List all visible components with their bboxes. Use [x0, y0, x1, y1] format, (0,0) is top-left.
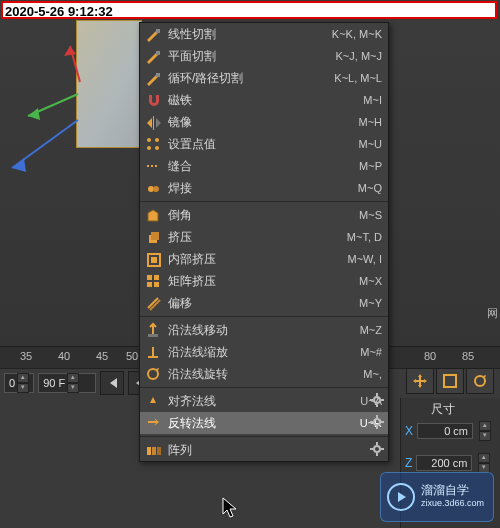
points-icon: [144, 135, 162, 153]
svg-rect-24: [147, 282, 152, 287]
svg-point-28: [374, 397, 380, 403]
menu-item-magnet[interactable]: 磁铁M~I: [140, 89, 388, 111]
svg-rect-23: [154, 275, 159, 280]
spinner-down-icon[interactable]: ▾: [479, 431, 491, 441]
ruler-tick: 40: [58, 350, 70, 362]
svg-point-41: [374, 446, 380, 452]
offset-icon: [144, 294, 162, 312]
menu-item-inner[interactable]: 内部挤压M~W, I: [140, 248, 388, 270]
menu-item-array[interactable]: 阵列: [140, 439, 388, 461]
svg-rect-8: [156, 29, 160, 33]
menu-item-shortcut: M~Z: [360, 324, 382, 336]
menu-item-shortcut: K~K, M~K: [332, 28, 382, 40]
magnet-icon: [144, 91, 162, 109]
menu-item-reverse[interactable]: 反转法线U~R: [140, 412, 388, 434]
menu-item-knife[interactable]: 平面切割K~J, M~J: [140, 45, 388, 67]
menu-item-align[interactable]: 对齐法线U~A: [140, 390, 388, 412]
svg-point-14: [147, 146, 151, 150]
inner-icon: [144, 250, 162, 268]
svg-rect-10: [156, 73, 160, 77]
align-icon: [144, 392, 162, 410]
svg-rect-38: [147, 447, 151, 455]
menu-item-shortcut: M~I: [363, 94, 382, 106]
mirror-icon: [144, 113, 162, 131]
menu-separator: [140, 201, 388, 202]
knife-icon: [144, 69, 162, 87]
ruler-tick: 80: [424, 350, 436, 362]
spinner-up-icon[interactable]: ▴: [67, 373, 79, 383]
extrude-icon: [144, 228, 162, 246]
svg-rect-39: [152, 447, 156, 455]
menu-item-sew[interactable]: 缝合M~P: [140, 155, 388, 177]
menu-item-shortcut: M~X: [359, 275, 382, 287]
svg-point-33: [374, 419, 380, 425]
menu-item-knife[interactable]: 循环/路径切割K~L, M~L: [140, 67, 388, 89]
menu-item-label: 矩阵挤压: [168, 273, 351, 290]
ruler-tick: 85: [462, 350, 474, 362]
menu-item-nscale[interactable]: 沿法线缩放M~#: [140, 341, 388, 363]
menu-item-knife[interactable]: 线性切割K~K, M~K: [140, 23, 388, 45]
menu-item-mirror[interactable]: 镜像M~H: [140, 111, 388, 133]
menu-item-shortcut: M~W, I: [347, 253, 382, 265]
svg-point-27: [148, 369, 158, 379]
spinner-up-icon[interactable]: ▴: [478, 453, 490, 463]
frame-current-input[interactable]: 90 F ▴ ▾: [38, 373, 96, 393]
svg-point-15: [155, 146, 159, 150]
reverse-icon: [144, 414, 162, 432]
spinner-up-icon[interactable]: ▴: [17, 373, 29, 383]
watermark-title: 溜溜自学: [421, 484, 484, 497]
menu-item-label: 循环/路径切割: [168, 70, 326, 87]
frame-start-value: 0: [9, 377, 15, 389]
menu-item-label: 平面切割: [168, 48, 328, 65]
menu-item-nrotate[interactable]: 沿法线旋转M~,: [140, 363, 388, 385]
menu-separator: [140, 387, 388, 388]
transform-tools: [406, 368, 500, 394]
scene-object-plane[interactable]: [76, 20, 142, 148]
menu-item-label: 镜像: [168, 114, 350, 131]
menu-item-label: 偏移: [168, 295, 351, 312]
menu-item-label: 挤压: [168, 229, 339, 246]
rotate-tool-button[interactable]: [466, 368, 494, 394]
menu-item-label: 缝合: [168, 158, 351, 175]
menu-item-weld[interactable]: 焊接M~Q: [140, 177, 388, 199]
menu-item-label: 沿法线移动: [168, 322, 352, 339]
frame-start-input[interactable]: 0 ▴ ▾: [4, 373, 34, 393]
menu-separator: [140, 436, 388, 437]
menu-item-bevel[interactable]: 倒角M~S: [140, 204, 388, 226]
scale-tool-button[interactable]: [436, 368, 464, 394]
menu-item-shortcut: K~J, M~J: [336, 50, 382, 62]
menu-item-extrude[interactable]: 挤压M~T, D: [140, 226, 388, 248]
spinner-down-icon[interactable]: ▾: [17, 383, 29, 393]
gear-icon[interactable]: [370, 393, 384, 410]
mesh-context-menu: 线性切割K~K, M~K平面切割K~J, M~J循环/路径切割K~L, M~L磁…: [139, 22, 389, 462]
svg-rect-40: [157, 447, 161, 455]
svg-rect-26: [148, 334, 158, 337]
menu-item-nmove[interactable]: 沿法线移动M~Z: [140, 319, 388, 341]
menu-item-shortcut: M~H: [358, 116, 382, 128]
menu-item-label: 线性切割: [168, 26, 324, 43]
frame-current-value: 90 F: [43, 377, 65, 389]
spinner-up-icon[interactable]: ▴: [479, 421, 491, 431]
menu-item-shortcut: M~Q: [358, 182, 382, 194]
gear-icon[interactable]: [370, 415, 384, 432]
svg-marker-1: [64, 46, 76, 56]
menu-item-matrix[interactable]: 矩阵挤压M~X: [140, 270, 388, 292]
size-x-input[interactable]: 0 cm: [417, 423, 473, 439]
gear-icon[interactable]: [370, 442, 384, 459]
menu-item-shortcut: M~P: [359, 160, 382, 172]
menu-item-shortcut: M~T, D: [347, 231, 382, 243]
size-z-input[interactable]: 200 cm: [416, 455, 472, 471]
ruler-tick: 35: [20, 350, 32, 362]
matrix-icon: [144, 272, 162, 290]
menu-item-label: 内部挤压: [168, 251, 339, 268]
menu-item-offset[interactable]: 偏移M~Y: [140, 292, 388, 314]
move-tool-button[interactable]: [406, 368, 434, 394]
rotate-icon: [472, 373, 488, 389]
menu-item-label: 磁铁: [168, 92, 355, 109]
menu-item-points[interactable]: 设置点值M~U: [140, 133, 388, 155]
goto-start-button[interactable]: [100, 371, 124, 395]
menu-item-label: 沿法线旋转: [168, 366, 355, 383]
menu-item-shortcut: M~Y: [359, 297, 382, 309]
svg-rect-22: [147, 275, 152, 280]
spinner-down-icon[interactable]: ▾: [67, 383, 79, 393]
